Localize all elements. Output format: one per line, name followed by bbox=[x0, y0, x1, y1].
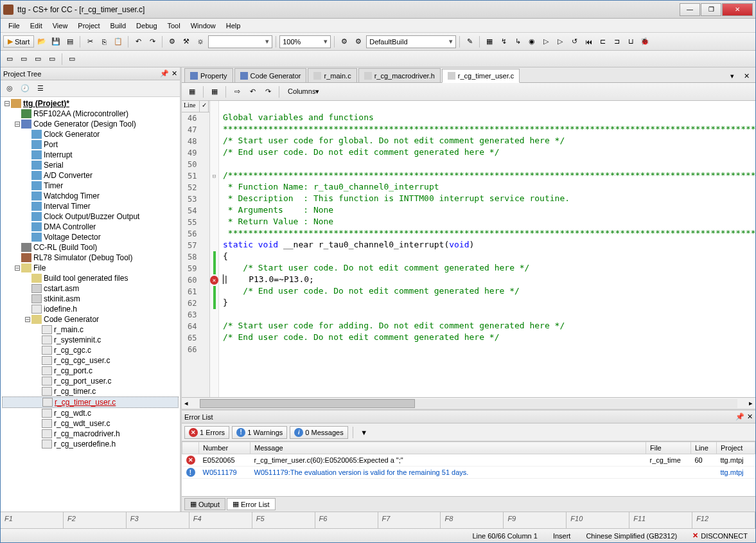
fold-marker[interactable] bbox=[210, 217, 218, 228]
code-line[interactable] bbox=[219, 344, 755, 355]
columns-dropdown[interactable]: Columns▾ bbox=[284, 86, 323, 97]
stepin-icon[interactable]: ↳ bbox=[511, 35, 524, 48]
output-tab[interactable]: ▦Output bbox=[184, 498, 225, 510]
reset-icon[interactable]: ↺ bbox=[568, 35, 581, 48]
code-line[interactable] bbox=[219, 309, 755, 321]
error-row[interactable]: !W0511179W0511179:The evaluation version… bbox=[182, 467, 755, 479]
tree-item[interactable]: Clock Output/Buzzer Output bbox=[2, 211, 179, 222]
code-line[interactable]: /* Start user code for global. Do not ed… bbox=[219, 136, 755, 147]
tree-item[interactable]: Build tool generated files bbox=[2, 273, 179, 283]
fkey-f4[interactable]: F4 bbox=[189, 512, 252, 528]
error-col-header[interactable]: Project bbox=[717, 442, 755, 454]
build3-icon[interactable]: ⛭ bbox=[194, 35, 207, 48]
et-undo-icon[interactable]: ↶ bbox=[246, 85, 259, 98]
fkey-f10[interactable]: F10 bbox=[567, 512, 629, 528]
menu-debug[interactable]: Debug bbox=[131, 20, 162, 31]
tree-toggle-icon[interactable]: ⊟ bbox=[24, 315, 31, 324]
error-close-icon[interactable]: ✕ bbox=[747, 413, 753, 421]
step1-icon[interactable]: ⊏ bbox=[596, 35, 609, 48]
step2-icon[interactable]: ⊐ bbox=[610, 35, 623, 48]
rebuild-icon[interactable]: ⚒ bbox=[180, 35, 193, 48]
code-line[interactable]: Global variables and functions bbox=[219, 112, 755, 124]
tree-item[interactable]: r_systeminit.c bbox=[2, 335, 179, 345]
fkey-f9[interactable]: F9 bbox=[504, 512, 567, 528]
errorlist-tab[interactable]: ▦Error List bbox=[227, 498, 276, 510]
tree-item[interactable]: A/D Converter bbox=[2, 170, 179, 181]
code-line[interactable]: | P13.0=~P13.0; bbox=[219, 274, 755, 286]
editor-tab[interactable]: Code Generator bbox=[234, 68, 307, 82]
filter-icon[interactable]: ▼ bbox=[358, 426, 371, 439]
menu-view[interactable]: View bbox=[48, 20, 73, 31]
zoom-combo[interactable]: 100% bbox=[279, 35, 331, 48]
fold-marker[interactable] bbox=[210, 321, 218, 332]
play-icon[interactable]: ▷ bbox=[540, 35, 552, 48]
win4-icon[interactable]: ▭ bbox=[46, 53, 58, 66]
tool1-icon[interactable]: ✎ bbox=[463, 35, 476, 48]
debug2-icon[interactable]: ↯ bbox=[497, 35, 510, 48]
saveall-icon[interactable]: ▤ bbox=[64, 35, 76, 48]
tree-item[interactable]: r_cg_timer_user.c bbox=[2, 396, 179, 408]
code-text[interactable]: Global variables and functions**********… bbox=[219, 101, 755, 397]
code-line[interactable]: ****************************************… bbox=[219, 228, 755, 240]
win1-icon[interactable]: ▭ bbox=[3, 53, 16, 66]
tree-item[interactable]: ⊟Code Generator bbox=[2, 314, 179, 325]
error-pin-icon[interactable]: 📌 bbox=[735, 413, 744, 421]
error-row[interactable]: ✕E0520065r_cg_timer_user.c(60):E0520065:… bbox=[182, 454, 755, 467]
copy-icon[interactable]: ⎘ bbox=[98, 35, 110, 48]
tree-item[interactable]: Serial bbox=[2, 160, 179, 170]
step3-icon[interactable]: ⊔ bbox=[624, 35, 637, 48]
tree-toggle-icon[interactable]: ⊟ bbox=[13, 263, 21, 272]
win5-icon[interactable]: ▭ bbox=[66, 53, 78, 66]
fkey-f6[interactable]: F6 bbox=[315, 512, 378, 528]
fkey-f12[interactable]: F12 bbox=[692, 512, 755, 528]
code-line[interactable]: /* End user code. Do not edit comment ge… bbox=[219, 332, 755, 344]
start-button[interactable]: ▶Start bbox=[3, 35, 34, 48]
fold-marker[interactable] bbox=[210, 205, 218, 217]
tree-item[interactable]: RL78 Simulator (Debug Tool) bbox=[2, 253, 179, 263]
tree-item[interactable]: Interrupt bbox=[2, 150, 179, 160]
win2-icon[interactable]: ▭ bbox=[17, 53, 30, 66]
tree-item[interactable]: cstart.asm bbox=[2, 283, 179, 294]
fold-marker[interactable] bbox=[210, 240, 218, 251]
messages-filter-button[interactable]: i0 Messages bbox=[290, 426, 347, 439]
menu-tool[interactable]: Tool bbox=[163, 20, 186, 31]
warnings-filter-button[interactable]: !1 Warnings bbox=[232, 426, 287, 439]
tree-item[interactable]: Clock Generator bbox=[2, 129, 179, 139]
code-line[interactable]: /***************************************… bbox=[219, 170, 755, 182]
pin-icon[interactable]: 📌 bbox=[160, 69, 169, 78]
close-button[interactable]: ✕ bbox=[722, 3, 753, 16]
fold-marker[interactable]: ⊟ bbox=[210, 170, 218, 182]
paste-icon[interactable]: 📋 bbox=[112, 35, 125, 48]
tree-item[interactable]: DMA Controller bbox=[2, 222, 179, 232]
code-line[interactable]: /* End user code. Do not edit comment ge… bbox=[219, 286, 755, 298]
fold-marker[interactable] bbox=[210, 112, 218, 124]
et-fwd-icon[interactable]: ⇨ bbox=[231, 85, 243, 98]
code-line[interactable]: static void __near r_tau0_channel0_inter… bbox=[219, 240, 755, 251]
fkey-f8[interactable]: F8 bbox=[441, 512, 504, 528]
fkey-f5[interactable]: F5 bbox=[252, 512, 315, 528]
open-icon[interactable]: 📂 bbox=[35, 35, 48, 48]
fold-marker[interactable] bbox=[210, 309, 218, 321]
tree-item[interactable]: R5F102AA (Microcontroller) bbox=[2, 109, 179, 119]
errors-filter-button[interactable]: ✕1 Errors bbox=[184, 426, 229, 439]
tree-item[interactable]: CC-RL (Build Tool) bbox=[2, 242, 179, 253]
editor-tab[interactable]: Property bbox=[184, 68, 233, 82]
fkey-f3[interactable]: F3 bbox=[127, 512, 189, 528]
menu-edit[interactable]: Edit bbox=[25, 20, 48, 31]
build-config-combo[interactable]: DefaultBuild bbox=[366, 35, 456, 48]
tree-item[interactable]: Voltage Detector bbox=[2, 232, 179, 242]
et1-icon[interactable]: ▦ bbox=[186, 85, 198, 98]
tree-item[interactable]: stkinit.asm bbox=[2, 294, 179, 304]
tree-item[interactable]: r_cg_cgc_user.c bbox=[2, 355, 179, 366]
tree-item[interactable]: r_cg_port_user.c bbox=[2, 376, 179, 386]
menu-project[interactable]: Project bbox=[73, 20, 105, 31]
tree-item[interactable]: r_cg_wdt_user.c bbox=[2, 418, 179, 429]
error-col-header[interactable]: Message bbox=[251, 442, 646, 454]
editor-tab[interactable]: r_cg_macrodriver.h bbox=[358, 68, 441, 82]
fkey-f11[interactable]: F11 bbox=[629, 512, 692, 528]
code-line[interactable]: /* Start user code. Do not edit comment … bbox=[219, 263, 755, 274]
error-col-header[interactable]: Line bbox=[691, 442, 717, 454]
fold-marker[interactable] bbox=[210, 332, 218, 344]
code-line[interactable] bbox=[219, 159, 755, 170]
fold-marker[interactable] bbox=[210, 298, 218, 309]
